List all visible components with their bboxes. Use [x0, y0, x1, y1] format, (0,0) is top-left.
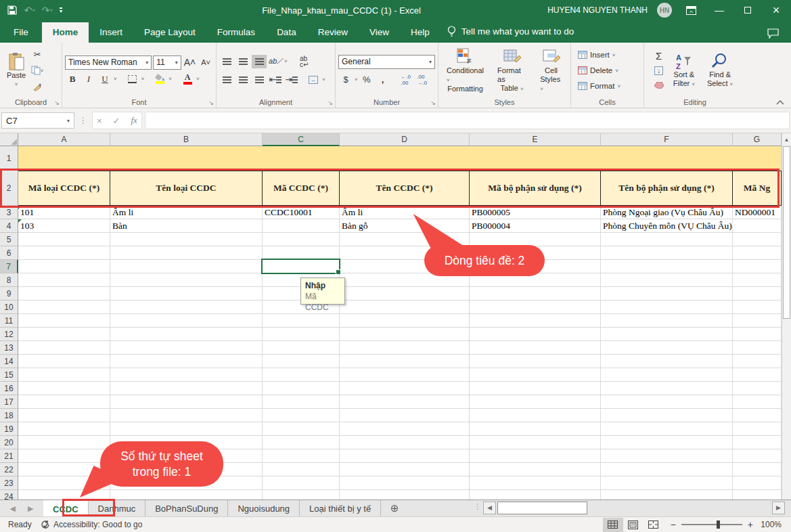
zoom-slider[interactable] — [681, 524, 742, 525]
cell-E18[interactable] — [470, 409, 601, 422]
save-icon[interactable] — [7, 5, 18, 16]
close-button[interactable]: × — [767, 1, 786, 20]
cell-F3[interactable]: Phòng Ngoại giao (Vụ Châu Âu) — [601, 206, 733, 219]
zoom-in-icon[interactable]: + — [748, 519, 753, 530]
cell-D10[interactable] — [340, 301, 470, 314]
comments-icon[interactable] — [767, 28, 791, 43]
cell-F15[interactable] — [601, 368, 733, 382]
insert-function-icon[interactable]: fx — [131, 115, 137, 126]
cell-F11[interactable] — [601, 314, 733, 328]
sheet-tab-danhmuc[interactable]: Danhmuc — [89, 500, 146, 516]
cell-G16[interactable] — [733, 382, 782, 395]
row-header-22[interactable]: 22 — [0, 463, 18, 476]
cell-C15[interactable] — [263, 368, 340, 382]
tab-file[interactable]: File — [0, 22, 42, 43]
row-header-18[interactable]: 18 — [0, 409, 18, 422]
cell-C6[interactable] — [263, 246, 340, 260]
column-header-E[interactable]: E — [470, 133, 601, 146]
clear-icon[interactable] — [652, 79, 666, 92]
cell-F9[interactable] — [601, 287, 733, 301]
customize-quick-access-icon[interactable]: ▾ — [60, 7, 62, 14]
cell-A21[interactable] — [18, 449, 110, 463]
tab-scrollbar-splitter[interactable]: ⋮ — [474, 502, 481, 511]
cell-F24[interactable] — [601, 490, 733, 500]
name-box-splitter[interactable]: ⋮ — [77, 116, 89, 125]
format-cells-button[interactable]: Format˅ — [578, 79, 620, 93]
cell-D3[interactable]: Âm li — [340, 206, 470, 219]
cell-G9[interactable] — [733, 287, 782, 301]
cell-C23[interactable] — [263, 476, 340, 490]
cell-D11[interactable] — [340, 314, 470, 328]
cell-B8[interactable] — [110, 273, 263, 287]
cell-D9[interactable] — [340, 287, 470, 301]
column-header-A[interactable]: A — [18, 133, 110, 146]
cell-A24[interactable] — [18, 490, 110, 500]
cell-E15[interactable] — [470, 368, 601, 382]
cell-E4[interactable]: PB000004 — [470, 219, 601, 233]
cell-C3[interactable]: CCDC10001 — [263, 206, 340, 219]
sheet-tab-nguoisudung[interactable]: Nguoisudung — [228, 500, 300, 516]
select-all-corner[interactable] — [0, 133, 18, 146]
increase-decimal-icon[interactable]: ←.0.00 — [399, 73, 413, 87]
cell-B10[interactable] — [110, 301, 263, 314]
decrease-font-icon[interactable]: A˅ — [198, 56, 213, 69]
sheet-nav-left-icon[interactable]: ◀ — [10, 504, 16, 513]
row-header-12[interactable]: 12 — [0, 328, 18, 341]
header-cell-A2[interactable]: Mã loại CCDC (*) — [18, 171, 110, 206]
column-header-F[interactable]: F — [601, 133, 733, 146]
cell-C4[interactable] — [263, 219, 340, 233]
cell-A5[interactable] — [18, 233, 110, 246]
cell-F12[interactable] — [601, 328, 733, 341]
sheet-nav-right-icon[interactable]: ▶ — [28, 504, 33, 513]
number-format-select[interactable]: General▾ — [338, 55, 435, 69]
horizontal-scroll-thumb[interactable] — [497, 502, 587, 514]
cell-D15[interactable] — [340, 368, 470, 382]
active-cell-selection[interactable] — [261, 259, 340, 274]
orientation-icon[interactable]: ab⟋ — [268, 55, 283, 68]
minimize-button[interactable]: — — [710, 1, 729, 20]
row-header-19[interactable]: 19 — [0, 422, 18, 436]
cell-B11[interactable] — [110, 314, 263, 328]
cell-B5[interactable] — [110, 233, 263, 246]
cell-A6[interactable] — [18, 246, 110, 260]
formula-input[interactable] — [145, 112, 790, 129]
cell-D13[interactable] — [340, 341, 470, 355]
cell-G13[interactable] — [733, 341, 782, 355]
row-header-13[interactable]: 13 — [0, 341, 18, 355]
cell-G15[interactable] — [733, 368, 782, 382]
cell-B17[interactable] — [110, 395, 263, 409]
cell-B3[interactable]: Âm li — [110, 206, 263, 219]
cell-F16[interactable] — [601, 382, 733, 395]
vertical-scroll-thumb[interactable] — [783, 146, 790, 319]
row-header-8[interactable]: 8 — [0, 273, 18, 287]
row-header-14[interactable]: 14 — [0, 355, 18, 368]
cut-icon[interactable]: ✂ — [30, 47, 45, 61]
cell-C18[interactable] — [263, 409, 340, 422]
cell-E12[interactable] — [470, 328, 601, 341]
top-align-icon[interactable] — [219, 55, 234, 68]
font-dialog-launcher[interactable]: ↘ — [208, 99, 214, 106]
cell-G24[interactable] — [733, 490, 782, 500]
cell-E19[interactable] — [470, 422, 601, 436]
cell-G21[interactable] — [733, 449, 782, 463]
ribbon-display-options-icon[interactable] — [681, 1, 700, 20]
cell-G10[interactable] — [733, 301, 782, 314]
tell-me-box[interactable]: Tell me what you want to do — [440, 21, 581, 43]
format-painter-icon[interactable] — [30, 80, 45, 93]
insert-cells-button[interactable]: Insert˅ — [578, 48, 615, 62]
row-header-5[interactable]: 5 — [0, 233, 18, 246]
font-name-select[interactable]: Times New Roman▾ — [65, 56, 152, 70]
cell-B15[interactable] — [110, 368, 263, 382]
cell-G14[interactable] — [733, 355, 782, 368]
column-header-C[interactable]: C — [263, 133, 340, 146]
cell-F20[interactable] — [601, 436, 733, 449]
page-layout-view-icon[interactable] — [623, 518, 643, 532]
scroll-right-icon[interactable]: ▶ — [772, 502, 785, 514]
fill-color-icon[interactable] — [152, 72, 167, 86]
zoom-out-icon[interactable]: − — [671, 519, 676, 530]
cell-G19[interactable] — [733, 422, 782, 436]
cell-D12[interactable] — [340, 328, 470, 341]
redo-icon[interactable]: ↷˅ — [42, 5, 53, 16]
cell-B14[interactable] — [110, 355, 263, 368]
row-header-7[interactable]: 7 — [0, 260, 18, 273]
